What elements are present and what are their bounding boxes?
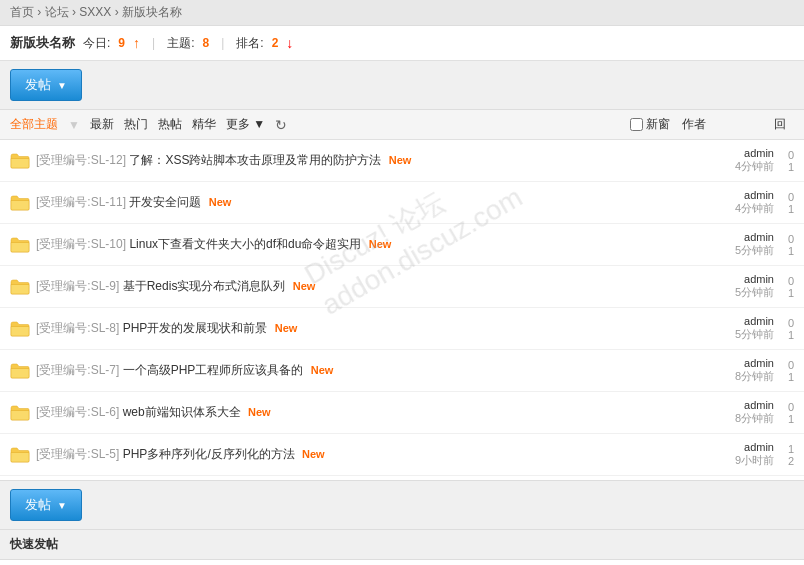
topic-text: web前端知识体系大全	[123, 405, 241, 419]
topic-time: 5分钟前	[684, 285, 774, 300]
author-col-header: 作者	[682, 116, 762, 133]
new-badge: New	[311, 364, 334, 376]
topic-author: admin	[684, 231, 774, 243]
topic-views: 1	[788, 329, 794, 341]
topic-stats: 1 2	[774, 443, 794, 467]
new-badge: New	[369, 238, 392, 250]
topic-replies: 0	[788, 275, 794, 287]
new-badge: New	[302, 448, 325, 460]
breadcrumb-home[interactable]: 首页	[10, 5, 34, 19]
toolbar-hot[interactable]: 热门	[124, 116, 148, 133]
bottom-post-button[interactable]: 发帖 ▼	[10, 489, 82, 521]
topic-title-link[interactable]: [受理编号:SL-5] PHP多种序列化/反序列化的方法 New	[36, 446, 684, 463]
topic-text: 基于Redis实现分布式消息队列	[123, 279, 286, 293]
topic-replies: 0	[788, 317, 794, 329]
breadcrumb-current: 新版块名称	[122, 5, 182, 19]
breadcrumb-section[interactable]: SXXX	[79, 5, 111, 19]
topic-title-link[interactable]: [受理编号:SL-9] 基于Redis实现分布式消息队列 New	[36, 278, 684, 295]
topic-time: 4分钟前	[684, 159, 774, 174]
reply-col-header: 回	[774, 116, 794, 133]
today-arrow-up: ↑	[133, 35, 140, 51]
table-row: [受理编号:SL-8] PHP开发的发展现状和前景 New admin 5分钟前…	[0, 308, 804, 350]
folder-icon	[10, 279, 30, 295]
quick-post-bar: 快速发帖	[0, 530, 804, 560]
topic-title-link[interactable]: [受理编号:SL-7] 一个高级PHP工程师所应该具备的 New	[36, 362, 684, 379]
folder-icon	[10, 405, 30, 421]
new-badge: New	[293, 280, 316, 292]
new-badge: New	[389, 154, 412, 166]
topic-meta: admin 9小时前	[684, 441, 774, 468]
today-label: 今日:	[83, 35, 110, 52]
topic-title-link[interactable]: [受理编号:SL-11] 开发安全问题 New	[36, 194, 684, 211]
rank-label: 排名:	[236, 35, 263, 52]
folder-icon	[10, 237, 30, 253]
folder-icon	[10, 321, 30, 337]
section-title-bar: 新版块名称 今日: 9 ↑ | 主题: 8 | 排名: 2 ↓	[0, 26, 804, 61]
topic-code: [受理编号:SL-9]	[36, 279, 119, 293]
breadcrumb-forum[interactable]: 论坛	[45, 5, 69, 19]
new-badge: New	[209, 196, 232, 208]
topic-stats: 0 1	[774, 317, 794, 341]
topic-meta: admin 8分钟前	[684, 399, 774, 426]
topic-replies: 0	[788, 401, 794, 413]
new-badge: New	[248, 406, 271, 418]
new-window-checkbox-label[interactable]: 新窗	[630, 116, 670, 133]
topic-stats: 0 1	[774, 359, 794, 383]
bottom-post-dropdown-arrow[interactable]: ▼	[57, 500, 67, 511]
table-row: [受理编号:SL-6] web前端知识体系大全 New admin 8分钟前 0…	[0, 392, 804, 434]
bottom-post-label: 发帖	[25, 496, 51, 514]
refresh-icon[interactable]: ↻	[275, 117, 287, 133]
topic-text: 一个高级PHP工程师所应该具备的	[123, 363, 304, 377]
topic-time: 5分钟前	[684, 327, 774, 342]
topic-stats: 0 1	[774, 149, 794, 173]
topic-text: Linux下查看文件夹大小的df和du命令超实用	[129, 237, 361, 251]
top-post-btn-area: 发帖 ▼	[0, 61, 804, 110]
page-wrapper: 首页 › 论坛 › SXXX › 新版块名称 新版块名称 今日: 9 ↑ | 主…	[0, 0, 804, 565]
topic-time: 9小时前	[684, 453, 774, 468]
toolbar: 全部主题 ▼ 最新 热门 热帖 精华 更多 ▼ ↻ 新窗 作者 回	[0, 110, 804, 140]
topic-author: admin	[684, 273, 774, 285]
toolbar-featured[interactable]: 精华	[192, 116, 216, 133]
new-badge: New	[275, 322, 298, 334]
topic-author: admin	[684, 399, 774, 411]
table-row: [受理编号:SL-10] Linux下查看文件夹大小的df和du命令超实用 Ne…	[0, 224, 804, 266]
topic-time: 5分钟前	[684, 243, 774, 258]
topic-meta: admin 5分钟前	[684, 231, 774, 258]
topic-views: 1	[788, 413, 794, 425]
topic-title-link[interactable]: [受理编号:SL-12] 了解：XSS跨站脚本攻击原理及常用的防护方法 New	[36, 152, 684, 169]
post-dropdown-arrow[interactable]: ▼	[57, 80, 67, 91]
section-name: 新版块名称	[10, 34, 75, 52]
topic-code: [受理编号:SL-5]	[36, 447, 119, 461]
folder-icon	[10, 153, 30, 169]
topic-title-link[interactable]: [受理编号:SL-10] Linux下查看文件夹大小的df和du命令超实用 Ne…	[36, 236, 684, 253]
table-row: [受理编号:SL-7] 一个高级PHP工程师所应该具备的 New admin 8…	[0, 350, 804, 392]
toolbar-more[interactable]: 更多 ▼	[226, 116, 265, 133]
top-post-button[interactable]: 发帖 ▼	[10, 69, 82, 101]
table-row: [受理编号:SL-11] 开发安全问题 New admin 4分钟前 0 1	[0, 182, 804, 224]
table-row: [受理编号:SL-12] 了解：XSS跨站脚本攻击原理及常用的防护方法 New …	[0, 140, 804, 182]
topic-meta: admin 8分钟前	[684, 357, 774, 384]
topic-stats: 0 1	[774, 401, 794, 425]
toolbar-latest[interactable]: 最新	[90, 116, 114, 133]
topic-meta: admin 5分钟前	[684, 273, 774, 300]
breadcrumb: 首页 › 论坛 › SXXX › 新版块名称	[0, 0, 804, 26]
folder-icon	[10, 363, 30, 379]
topic-replies: 0	[788, 233, 794, 245]
new-window-checkbox[interactable]	[630, 118, 643, 131]
topic-views: 1	[788, 287, 794, 299]
topic-code: [受理编号:SL-12]	[36, 153, 126, 167]
toolbar-hotpost[interactable]: 热帖	[158, 116, 182, 133]
topic-title-link[interactable]: [受理编号:SL-8] PHP开发的发展现状和前景 New	[36, 320, 684, 337]
rank-value: 2	[272, 36, 279, 50]
table-row: [受理编号:SL-9] 基于Redis实现分布式消息队列 New admin 5…	[0, 266, 804, 308]
topic-text: 了解：XSS跨站脚本攻击原理及常用的防护方法	[129, 153, 381, 167]
topic-text: 开发安全问题	[129, 195, 201, 209]
topic-time: 8分钟前	[684, 369, 774, 384]
topic-title-link[interactable]: [受理编号:SL-6] web前端知识体系大全 New	[36, 404, 684, 421]
post-button-label: 发帖	[25, 76, 51, 94]
toolbar-all-topics[interactable]: 全部主题	[10, 116, 58, 133]
topic-meta: admin 4分钟前	[684, 147, 774, 174]
new-window-label: 新窗	[646, 116, 670, 133]
topic-code: [受理编号:SL-6]	[36, 405, 119, 419]
topic-stats: 0 1	[774, 191, 794, 215]
